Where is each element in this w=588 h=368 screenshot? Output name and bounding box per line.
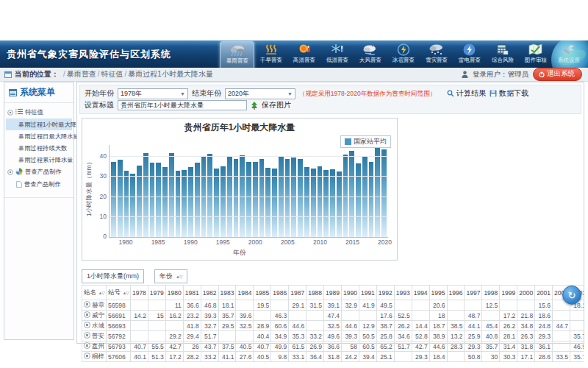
bar-1980[interactable] bbox=[124, 171, 129, 237]
refresh-float-button[interactable]: ↻ bbox=[562, 286, 581, 305]
col-header-year[interactable]: 1983 bbox=[218, 286, 236, 300]
col-header-year[interactable]: 1982 bbox=[201, 286, 218, 300]
bar-1988[interactable] bbox=[176, 171, 181, 237]
bar-2001[interactable] bbox=[259, 159, 265, 237]
nav-item-snow[interactable]: 雪灾普查 bbox=[420, 41, 453, 68]
bar-2009[interactable] bbox=[311, 169, 316, 237]
bar-1993[interactable] bbox=[207, 154, 212, 237]
col-header-year[interactable]: 2001 bbox=[535, 286, 553, 300]
radio-icon[interactable] bbox=[84, 332, 90, 339]
radio-icon[interactable] bbox=[84, 322, 90, 328]
radio-icon[interactable] bbox=[84, 311, 90, 318]
bar-2019[interactable] bbox=[375, 148, 380, 237]
bar-2015[interactable] bbox=[349, 151, 354, 237]
col-header-year[interactable]: 1997 bbox=[465, 286, 482, 300]
chart-legend[interactable]: 国家站平均 bbox=[340, 135, 391, 148]
col-header-year[interactable]: 1996 bbox=[447, 286, 465, 300]
bar-1978[interactable] bbox=[111, 162, 116, 237]
nav-item-wind[interactable]: 大风普查 bbox=[354, 41, 387, 68]
bar-1987[interactable] bbox=[169, 153, 174, 237]
bar-2006[interactable] bbox=[291, 158, 296, 237]
bar-2007[interactable] bbox=[298, 159, 303, 237]
col-header-year[interactable]: 1988 bbox=[306, 286, 324, 300]
nav-item-lightning[interactable]: 雷电普查 bbox=[453, 41, 486, 68]
bar-1997[interactable] bbox=[234, 159, 239, 237]
sidebar-item[interactable]: 暴雨过程持续天数 bbox=[6, 142, 72, 154]
station-name-cell[interactable]: 盘州 bbox=[82, 342, 107, 352]
nav-item-risk[interactable]: 综合风险 bbox=[486, 41, 519, 68]
col-header-year[interactable]: 1991 bbox=[359, 286, 376, 300]
col-header-year[interactable]: 1978 bbox=[130, 286, 148, 300]
bar-2018[interactable] bbox=[369, 162, 374, 237]
station-name-cell[interactable]: 威宁 bbox=[82, 311, 107, 321]
nav-item-settings[interactable]: 系统设置 bbox=[552, 41, 585, 68]
bar-1983[interactable] bbox=[143, 153, 148, 237]
bar-2011[interactable] bbox=[323, 170, 329, 237]
station-name-cell[interactable]: 赫章 bbox=[82, 300, 107, 311]
sidebar-group[interactable]: 普查产品制作 bbox=[6, 166, 72, 178]
nav-item-rain[interactable]: 暴雨普查 bbox=[220, 41, 254, 68]
col-header-year[interactable]: 1994 bbox=[412, 286, 429, 300]
bar-1979[interactable] bbox=[118, 160, 123, 237]
sidebar-item[interactable]: 普查产品制作 bbox=[6, 178, 72, 190]
bar-2008[interactable] bbox=[304, 167, 309, 237]
col-header-year[interactable]: 1995 bbox=[429, 286, 447, 300]
bar-2005[interactable] bbox=[285, 159, 290, 237]
nav-item-heat[interactable]: 高温普查 bbox=[287, 41, 320, 68]
bar-2020[interactable] bbox=[381, 149, 387, 237]
nav-item-drought[interactable]: 干旱普查 bbox=[254, 41, 287, 68]
save-image-button[interactable]: 保存图片 bbox=[262, 100, 291, 110]
measure-chip[interactable]: 1小时降水量(mm) bbox=[82, 269, 144, 283]
bar-2012[interactable] bbox=[330, 169, 335, 237]
bar-2013[interactable] bbox=[337, 171, 342, 237]
bar-1984[interactable] bbox=[150, 163, 155, 237]
col-header-station[interactable]: 站名 ▲▽ bbox=[82, 286, 107, 300]
logout-button[interactable]: 退出系统 bbox=[533, 68, 582, 81]
bar-1996[interactable] bbox=[227, 157, 232, 237]
chart-title-input[interactable] bbox=[118, 100, 247, 110]
start-year-select[interactable]: 1978年▼ bbox=[118, 88, 188, 99]
station-name-cell[interactable]: 普安 bbox=[82, 331, 107, 342]
breadcrumb-item[interactable]: 暴雨普查 bbox=[67, 70, 96, 78]
station-name-cell[interactable]: 桐梓 bbox=[82, 352, 107, 362]
sidebar-group[interactable]: 特征值 bbox=[6, 106, 72, 118]
col-header-station-id[interactable]: 站号 ▲▽ bbox=[107, 286, 131, 300]
bar-2002[interactable] bbox=[265, 168, 270, 237]
bar-1991[interactable] bbox=[195, 163, 200, 237]
sort-arrows-icon[interactable]: ▲▽ bbox=[122, 291, 129, 295]
sidebar-item[interactable]: 暴雨过程1小时最大降水量 bbox=[6, 118, 72, 130]
breadcrumb-item[interactable]: 暴雨过程1小时最大降水量 bbox=[128, 70, 213, 78]
sidebar-item[interactable]: 暴雨过程累计降水量 bbox=[6, 154, 72, 166]
col-header-year[interactable]: 1998 bbox=[482, 286, 500, 300]
download-button[interactable]: 数据下载 bbox=[490, 88, 528, 99]
bar-2016[interactable] bbox=[356, 163, 361, 237]
col-header-year[interactable]: 1979 bbox=[148, 286, 165, 300]
bar-1986[interactable] bbox=[162, 167, 168, 237]
radio-icon[interactable] bbox=[84, 342, 90, 349]
bar-1994[interactable] bbox=[214, 169, 219, 237]
col-header-year[interactable]: 1992 bbox=[376, 286, 394, 300]
bar-2004[interactable] bbox=[279, 157, 284, 237]
sidebar-item[interactable]: 暴雨过程日最大降水量 bbox=[6, 130, 72, 142]
calculate-button[interactable]: 计算结果 bbox=[447, 88, 486, 99]
col-header-year[interactable]: 1990 bbox=[342, 286, 359, 300]
nav-item-map[interactable]: 图件审核 bbox=[519, 41, 552, 68]
sort-arrows-icon[interactable]: ▲▽ bbox=[176, 274, 182, 279]
breadcrumb-item[interactable]: 特征值 bbox=[101, 70, 123, 78]
year-sort-chip[interactable]: 年份 ▲▽ bbox=[154, 269, 187, 283]
sort-arrows-icon[interactable]: ▲▽ bbox=[98, 291, 104, 295]
col-header-year[interactable]: 1986 bbox=[271, 286, 289, 300]
col-header-year[interactable]: 1987 bbox=[289, 286, 306, 300]
bar-1981[interactable] bbox=[130, 174, 135, 237]
nav-item-hail[interactable]: 冰雹普查 bbox=[387, 41, 420, 68]
col-header-year[interactable]: 1984 bbox=[236, 286, 254, 300]
bar-1999[interactable] bbox=[246, 162, 251, 237]
bar-1985[interactable] bbox=[156, 163, 161, 237]
col-header-year[interactable]: 1993 bbox=[394, 286, 412, 300]
col-header-year[interactable]: 2000 bbox=[517, 286, 535, 300]
col-header-year[interactable]: 1999 bbox=[500, 286, 517, 300]
station-name-cell[interactable]: 水城 bbox=[82, 321, 107, 331]
bar-2000[interactable] bbox=[253, 162, 258, 237]
radio-icon[interactable] bbox=[84, 301, 90, 308]
nav-item-cold[interactable]: 低温普查 bbox=[320, 41, 354, 68]
